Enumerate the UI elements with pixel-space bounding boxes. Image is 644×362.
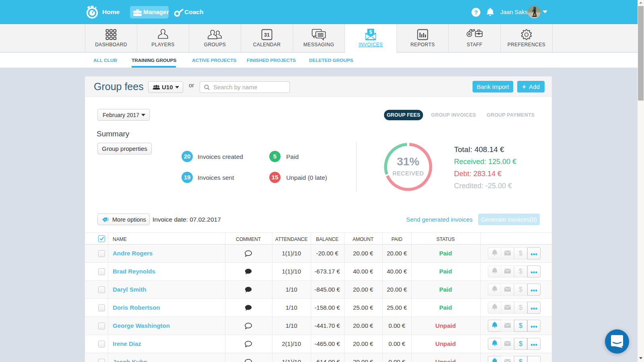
svg-text:$: $ bbox=[369, 29, 372, 35]
svg-text:?: ? bbox=[474, 9, 478, 16]
svg-text:31: 31 bbox=[264, 32, 270, 38]
